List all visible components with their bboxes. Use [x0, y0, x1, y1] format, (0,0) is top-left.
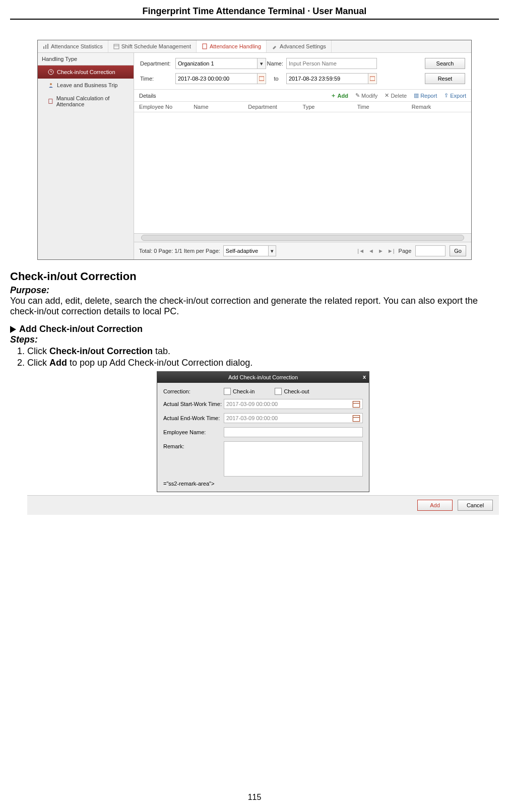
- details-toolbar: ＋Add ✎Modify ✕Delete ▥Report ⇪Export: [331, 92, 466, 99]
- tab-label: Shift Schedule Management: [121, 43, 191, 49]
- time-to-input[interactable]: [286, 73, 368, 84]
- first-page-icon[interactable]: |◄: [357, 248, 364, 254]
- tab-attendance-handling[interactable]: Attendance Handling: [197, 40, 267, 52]
- tab-label: Advanced Settings: [280, 43, 326, 49]
- go-button[interactable]: Go: [450, 245, 466, 256]
- clock-icon: [48, 69, 54, 75]
- svg-rect-5: [203, 44, 207, 49]
- col-name[interactable]: Name: [194, 104, 248, 110]
- tab-advanced-settings[interactable]: Advanced Settings: [267, 40, 332, 52]
- name-input[interactable]: [286, 58, 377, 69]
- text: Click: [27, 346, 49, 356]
- close-icon[interactable]: x: [363, 374, 366, 380]
- time-to-label: to: [266, 76, 286, 82]
- page-number: 115: [0, 793, 509, 802]
- end-time-value: 2017-03-09 00:00:00: [226, 415, 278, 421]
- report-icon: ▥: [414, 92, 419, 99]
- table-footer: Total: 0 Page: 1/1 Item per Page: ▾ |◄ ◄…: [134, 242, 471, 259]
- sidebar-item-checkinout[interactable]: Check-in/out Correction: [38, 65, 134, 79]
- chevron-down-icon[interactable]: ▾: [269, 245, 276, 256]
- sidebar-title: Handling Type: [38, 53, 134, 65]
- svg-rect-12: [370, 77, 375, 81]
- sidebar-item-leave[interactable]: Leave and Business Trip: [38, 79, 134, 92]
- text: tab.: [153, 346, 170, 356]
- dialog-cancel-button[interactable]: Cancel: [458, 500, 493, 511]
- start-time-value: 2017-03-09 00:00:00: [226, 401, 278, 407]
- calendar-icon[interactable]: [258, 73, 266, 84]
- items-per-page-select[interactable]: [223, 245, 269, 256]
- bold-term: Check-in/out Correction: [49, 346, 153, 356]
- checkin-label: Check-in: [233, 388, 254, 394]
- correction-label: Correction:: [163, 388, 224, 394]
- filter-bar: Department: ▾ Name: Search Time:: [134, 53, 471, 89]
- main-tabbar: Attendance Statistics Shift Schedule Man…: [38, 40, 471, 53]
- time-label: Time:: [140, 76, 175, 82]
- sidebar-item-label: Leave and Business Trip: [57, 82, 117, 88]
- remark-label: Remark:: [163, 441, 224, 449]
- triangle-bullet-icon: [10, 326, 16, 333]
- reset-button[interactable]: Reset: [425, 73, 465, 84]
- report-button[interactable]: ▥Report: [414, 92, 437, 99]
- modify-button[interactable]: ✎Modify: [355, 92, 377, 99]
- page-input[interactable]: [415, 245, 446, 256]
- chevron-down-icon[interactable]: ▾: [258, 58, 266, 69]
- calendar-icon[interactable]: [352, 400, 360, 408]
- tool-label: Report: [420, 93, 437, 99]
- plus-icon: ＋: [331, 92, 336, 99]
- svg-rect-11: [259, 77, 264, 81]
- calc-icon: [48, 98, 53, 104]
- step-2: Click Add to pop up Add Check-in/out Cor…: [27, 358, 499, 515]
- tab-shift-schedule[interactable]: Shift Schedule Management: [108, 40, 197, 52]
- svg-rect-2: [47, 44, 48, 49]
- table-header: Employee No Name Department Type Time Re…: [134, 102, 471, 112]
- next-page-icon[interactable]: ►: [378, 248, 384, 254]
- last-page-icon[interactable]: ►|: [388, 248, 395, 254]
- search-button[interactable]: Search: [425, 58, 465, 69]
- svg-rect-13: [353, 401, 359, 408]
- remark-textarea[interactable]: [224, 441, 363, 477]
- checkin-checkbox[interactable]: [224, 388, 231, 395]
- sidebar-item-manual-calc[interactable]: Manual Calculation of Attendance: [38, 92, 134, 111]
- steps-label: Steps:: [10, 334, 499, 345]
- x-icon: ✕: [385, 92, 389, 99]
- tab-label: Attendance Statistics: [51, 43, 103, 49]
- chart-icon: [43, 43, 49, 49]
- edit-icon: ✎: [355, 92, 360, 99]
- col-type[interactable]: Type: [303, 104, 357, 110]
- calendar-icon[interactable]: [368, 73, 377, 84]
- department-label: Department:: [140, 60, 175, 66]
- svg-rect-15: [353, 416, 359, 422]
- start-time-label: Actual Start-Work Time:: [163, 401, 224, 407]
- tab-attendance-statistics[interactable]: Attendance Statistics: [38, 40, 108, 52]
- horizontal-scrollbar[interactable]: [134, 233, 471, 242]
- add-button[interactable]: ＋Add: [331, 92, 348, 99]
- end-time-input[interactable]: 2017-03-09 00:00:00: [224, 413, 363, 423]
- employee-name-input[interactable]: [224, 427, 363, 437]
- tool-label: Export: [450, 93, 466, 99]
- tool-label: Add: [338, 93, 348, 99]
- checkout-checkbox[interactable]: [275, 388, 282, 395]
- doc-icon: [202, 43, 208, 49]
- screenshot-add-dialog: Add Check-in/out Correction x Correction…: [157, 371, 369, 492]
- dialog-add-button[interactable]: Add: [417, 500, 453, 511]
- employee-name-label: Employee Name:: [163, 429, 224, 435]
- col-time[interactable]: Time: [357, 104, 412, 110]
- dialog-titlebar: Add Check-in/out Correction x: [157, 372, 369, 383]
- wrench-icon: [272, 43, 278, 49]
- subsection-label: Add Check-in/out Correction: [19, 324, 143, 334]
- svg-rect-10: [49, 99, 52, 104]
- tool-label: Modify: [361, 93, 377, 99]
- start-time-input[interactable]: 2017-03-09 00:00:00: [224, 399, 363, 409]
- dialog-title: Add Check-in/out Correction: [228, 374, 298, 380]
- checkout-label: Check-out: [284, 388, 309, 394]
- sidebar-item-label: Manual Calculation of Attendance: [56, 95, 130, 107]
- delete-button[interactable]: ✕Delete: [385, 92, 407, 99]
- col-remark[interactable]: Remark: [412, 104, 466, 110]
- department-select[interactable]: [175, 58, 258, 69]
- prev-page-icon[interactable]: ◄: [368, 248, 374, 254]
- calendar-icon[interactable]: [352, 414, 360, 422]
- export-button[interactable]: ⇪Export: [444, 92, 466, 99]
- col-department[interactable]: Department: [248, 104, 302, 110]
- col-employee-no[interactable]: Employee No: [139, 104, 194, 110]
- time-from-input[interactable]: [175, 73, 258, 84]
